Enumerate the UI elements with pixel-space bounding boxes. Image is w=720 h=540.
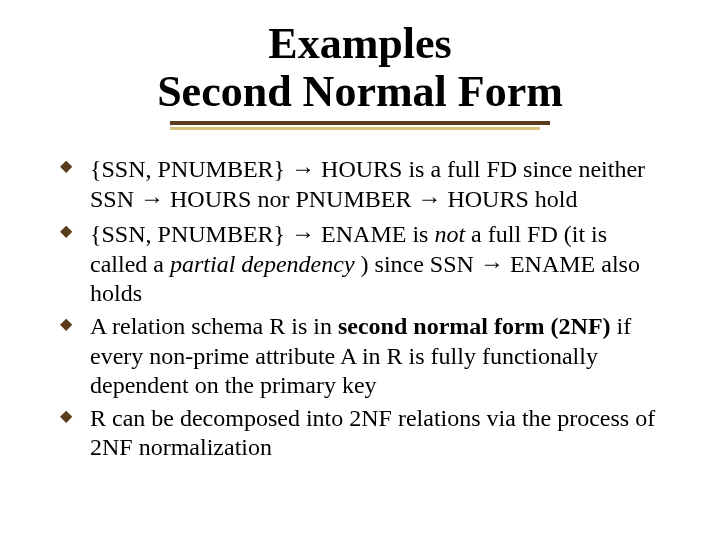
bullet-item: {SSN, PNUMBER} → HOURS is a full FD sinc… [60,154,670,215]
bullet-text: HOURS hold [441,186,577,212]
bullet-text: → [291,220,315,247]
bullet-item: R can be decomposed into 2NF relations v… [60,404,670,463]
bullet-text: second normal form (2NF) [338,313,611,339]
title-line-2: Second Normal Form [0,68,720,116]
bullet-item: {SSN, PNUMBER} → ENAME is not a full FD … [60,219,670,309]
title-rule [170,121,550,130]
bullet-text: → [291,155,315,182]
bullet-list: {SSN, PNUMBER} → HOURS is a full FD sinc… [60,154,670,463]
bullet-item: A relation schema R is in second normal … [60,312,670,400]
bullet-text: HOURS nor PNUMBER [164,186,417,212]
bullet-text: ENAME is [315,221,434,247]
bullet-text: → [417,185,441,212]
bullet-text: {SSN, PNUMBER} [90,156,291,182]
bullet-text: A relation schema R is in [90,313,338,339]
bullet-text: → [140,185,164,212]
slide: Examples Second Normal Form {SSN, PNUMBE… [0,0,720,540]
bullet-text: ) since SSN [355,251,480,277]
bullet-text: → [480,250,504,277]
title-rule-top [170,121,550,125]
slide-body: {SSN, PNUMBER} → HOURS is a full FD sinc… [0,130,720,463]
slide-title-block: Examples Second Normal Form [0,0,720,130]
bullet-text: not [434,221,465,247]
title-line-1: Examples [0,20,720,68]
bullet-text: R can be decomposed into 2NF relations v… [90,405,655,460]
bullet-text: {SSN, PNUMBER} [90,221,291,247]
bullet-text: partial dependency [170,251,355,277]
